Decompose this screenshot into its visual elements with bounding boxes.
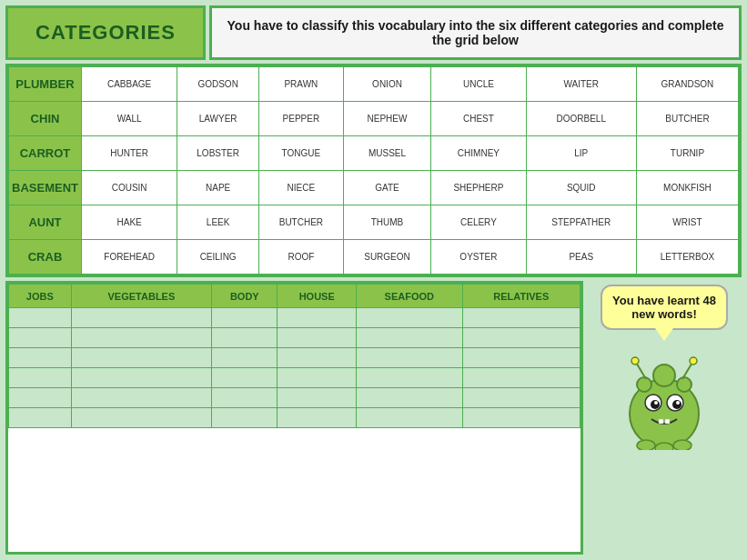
word-cell: HAKE	[82, 205, 177, 240]
word-cell: NIECE	[259, 171, 344, 205]
empty-cell[interactable]	[278, 328, 357, 348]
word-cell: CABBAGE	[82, 67, 177, 102]
row-header: AUNT	[9, 205, 82, 240]
table-row	[9, 388, 580, 408]
word-cell: HUNTER	[82, 136, 177, 171]
word-cell: LIP	[526, 136, 636, 171]
word-cell: BUTCHER	[636, 102, 738, 136]
empty-cell[interactable]	[462, 348, 580, 368]
word-cell: PEAS	[526, 240, 636, 275]
row-header: CRAB	[9, 240, 82, 275]
svg-point-12	[654, 401, 658, 405]
empty-cell[interactable]	[278, 368, 357, 388]
column-header: VEGETABLES	[71, 285, 212, 308]
word-cell: BUTCHER	[259, 205, 344, 240]
empty-cell[interactable]	[356, 308, 462, 328]
empty-cell[interactable]	[71, 368, 212, 388]
empty-cell[interactable]	[278, 348, 357, 368]
word-cell: GATE	[343, 171, 431, 205]
empty-cell[interactable]	[212, 408, 278, 428]
table-row: CRABFOREHEADCEILINGROOFSURGEONOYSTERPEAS…	[9, 240, 739, 275]
empty-cell[interactable]	[278, 308, 357, 328]
instruction-box: You have to classify this vocabulary int…	[209, 5, 742, 60]
empty-cell[interactable]	[71, 328, 212, 348]
word-cell: LEEK	[177, 205, 259, 240]
svg-point-18	[673, 440, 691, 450]
word-cell: SHEPHERP	[431, 171, 526, 205]
word-cell: MONKFISH	[636, 171, 738, 205]
header: CATEGORIES You have to classify this voc…	[5, 5, 742, 60]
table-row	[9, 308, 580, 328]
empty-cell[interactable]	[278, 388, 357, 408]
empty-cell[interactable]	[212, 328, 278, 348]
row-header: BASEMENT	[9, 171, 82, 205]
table-row	[9, 328, 580, 348]
empty-cell[interactable]	[71, 408, 212, 428]
empty-cell[interactable]	[462, 408, 580, 428]
empty-cell[interactable]	[212, 348, 278, 368]
empty-cell[interactable]	[71, 388, 212, 408]
word-cell: MUSSEL	[343, 136, 431, 171]
table-row: BASEMENTCOUSINNAPENIECEGATESHEPHERPSQUID…	[9, 171, 739, 205]
column-header: HOUSE	[278, 285, 357, 308]
row-header: CARROT	[9, 136, 82, 171]
svg-point-17	[655, 443, 673, 450]
word-cell: NAPE	[177, 171, 259, 205]
svg-point-5	[631, 357, 639, 365]
top-grid: PLUMBERCABBAGEGODSONPRAWNONIONUNCLEWAITE…	[5, 64, 742, 277]
svg-point-2	[637, 377, 651, 392]
word-cell: PRAWN	[259, 67, 344, 102]
row-header: PLUMBER	[9, 67, 82, 102]
word-cell: NEPHEW	[343, 102, 431, 136]
table-row: AUNTHAKELEEKBUTCHERTHUMBCELERYSTEPFATHER…	[9, 205, 739, 240]
word-cell: TONGUE	[259, 136, 344, 171]
table-row: JOBSVEGETABLESBODYHOUSESEAFOODRELATIVES	[9, 285, 580, 308]
word-cell: PEPPER	[259, 102, 344, 136]
empty-cell[interactable]	[278, 408, 357, 428]
empty-cell[interactable]	[462, 368, 580, 388]
classification-table: JOBSVEGETABLESBODYHOUSESEAFOODRELATIVES	[8, 284, 580, 428]
empty-cell[interactable]	[9, 348, 72, 368]
word-cell: WALL	[82, 102, 177, 136]
monster-character	[619, 350, 710, 450]
bottom-section: JOBSVEGETABLESBODYHOUSESEAFOODRELATIVES …	[5, 281, 742, 555]
empty-cell[interactable]	[71, 348, 212, 368]
empty-cell[interactable]	[9, 368, 72, 388]
word-cell: LOBSTER	[177, 136, 259, 171]
word-cell: THUMB	[343, 205, 431, 240]
empty-cell[interactable]	[462, 328, 580, 348]
empty-cell[interactable]	[212, 388, 278, 408]
category-grid: JOBSVEGETABLESBODYHOUSESEAFOODRELATIVES	[5, 281, 583, 555]
word-cell: ONION	[343, 67, 431, 102]
empty-cell[interactable]	[9, 308, 72, 328]
empty-cell[interactable]	[71, 308, 212, 328]
svg-point-16	[637, 440, 655, 450]
empty-cell[interactable]	[356, 328, 462, 348]
word-cell: SURGEON	[343, 240, 431, 275]
empty-cell[interactable]	[462, 388, 580, 408]
word-cell: LETTERBOX	[636, 240, 738, 275]
empty-cell[interactable]	[356, 348, 462, 368]
table-row	[9, 368, 580, 388]
svg-point-13	[676, 401, 680, 405]
row-header: CHIN	[9, 102, 82, 136]
empty-cell[interactable]	[356, 368, 462, 388]
word-cell: TURNIP	[636, 136, 738, 171]
categories-label: CATEGORIES	[35, 21, 176, 45]
word-cell: WAITER	[526, 67, 636, 102]
empty-cell[interactable]	[356, 388, 462, 408]
svg-rect-14	[659, 419, 663, 424]
table-row: CHINWALLLAWYERPEPPERNEPHEWCHESTDOORBELLB…	[9, 102, 739, 136]
empty-cell[interactable]	[9, 388, 72, 408]
empty-cell[interactable]	[9, 328, 72, 348]
table-row	[9, 348, 580, 368]
empty-cell[interactable]	[356, 408, 462, 428]
empty-cell[interactable]	[212, 368, 278, 388]
table-row: CARROTHUNTERLOBSTERTONGUEMUSSELCHIMNEYLI…	[9, 136, 739, 171]
empty-cell[interactable]	[9, 408, 72, 428]
speech-bubble: You have learnt 48 new words!	[601, 285, 728, 330]
word-cell: SQUID	[526, 171, 636, 205]
empty-cell[interactable]	[212, 308, 278, 328]
empty-cell[interactable]	[462, 308, 580, 328]
svg-point-3	[677, 377, 691, 392]
